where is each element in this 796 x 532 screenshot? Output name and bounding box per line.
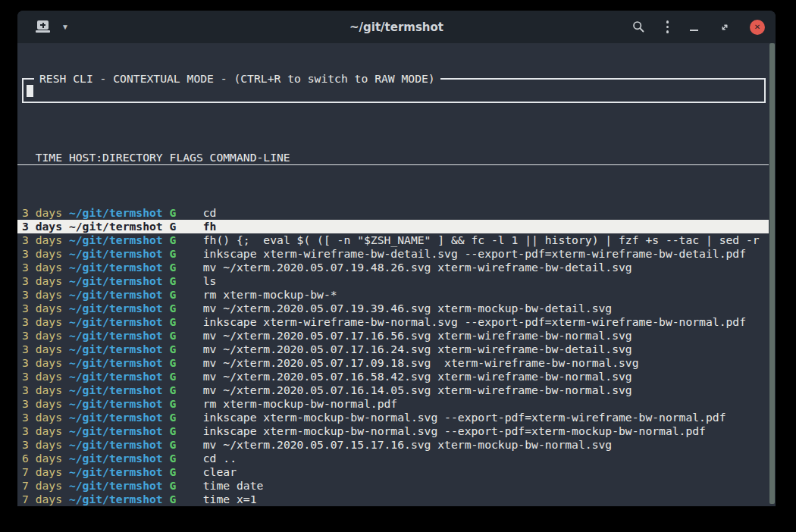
chevron-down-icon: ▼: [61, 23, 69, 31]
history-row[interactable]: 7 days ~/git/termshot G time date: [17, 479, 769, 493]
row-flags: G: [170, 411, 177, 424]
restore-window-icon: [719, 22, 730, 33]
search-icon: [632, 20, 645, 33]
history-row[interactable]: 7 days ~/git/termshot G clear: [17, 465, 769, 479]
row-host-directory: ~/git/termshot: [69, 261, 163, 274]
row-time: 3 days: [22, 370, 62, 383]
row-time: 3 days: [22, 302, 62, 315]
row-command: inkscape xterm-wireframe-bw-normal.svg -…: [203, 315, 746, 328]
row-flags: G: [170, 288, 177, 301]
row-flags: G: [170, 370, 177, 383]
row-flags: G: [170, 233, 177, 246]
history-row[interactable]: 3 days ~/git/termshot G cd: [17, 206, 769, 220]
history-row[interactable]: 3 days ~/git/termshot G inkscape xterm-m…: [17, 424, 769, 438]
row-command: rm xterm-mockup-bw-normal.pdf: [203, 397, 397, 410]
menu-button[interactable]: [665, 19, 671, 35]
row-flags: G: [170, 424, 177, 437]
history-row[interactable]: 7 days ~/git/termshot G time x=1: [17, 493, 769, 506]
history-row[interactable]: 3 days ~/git/termshot G inkscape xterm-m…: [17, 411, 769, 424]
row-command: ls: [203, 274, 217, 287]
row-command: time x=1: [203, 493, 257, 505]
row-time: 3 days: [22, 206, 62, 219]
terminal-content: RESH CLI - CONTEXTUAL MODE - (CTRL+R to …: [17, 43, 776, 506]
row-command: cd ..: [203, 452, 237, 465]
history-row[interactable]: 3 days ~/git/termshot G mv ~/xterm.2020.…: [17, 370, 769, 383]
history-row[interactable]: 3 days ~/git/termshot G ls: [17, 274, 769, 288]
history-row[interactable]: 3 days ~/git/termshot G mv ~/xterm.2020.…: [17, 343, 769, 356]
row-host-directory: ~/git/termshot: [69, 424, 163, 437]
minimize-button[interactable]: [688, 22, 700, 33]
titlebar-right-controls: ✕: [624, 19, 776, 35]
text-cursor: [27, 85, 33, 97]
history-row[interactable]: 3 days ~/git/termshot G mv ~/xterm.2020.…: [17, 438, 769, 452]
row-command: mv ~/xterm.2020.05.07.17.16.24.svg xterm…: [203, 343, 632, 355]
row-command: mv ~/xterm.2020.05.07.17.09.18.svg xterm…: [203, 356, 639, 369]
row-command: mv ~/xterm.2020.05.07.17.16.56.svg xterm…: [203, 329, 632, 342]
row-time: 3 days: [22, 356, 62, 369]
row-time: 3 days: [22, 220, 62, 233]
row-flags: G: [170, 220, 177, 233]
history-row[interactable]: 3 days ~/git/termshot G mv ~/xterm.2020.…: [17, 302, 769, 315]
history-row[interactable]: 3 days ~/git/termshot G rm xterm-mockup-…: [17, 288, 769, 302]
history-row[interactable]: 3 days ~/git/termshot G inkscape xterm-w…: [17, 247, 769, 261]
history-row[interactable]: 3 days ~/git/termshot G fh: [17, 220, 769, 233]
history-row[interactable]: 3 days ~/git/termshot G fh() {; eval $( …: [17, 233, 769, 247]
row-flags: G: [170, 479, 177, 492]
row-time: 3 days: [22, 261, 62, 274]
search-box-title: RESH CLI - CONTEXTUAL MODE - (CTRL+R to …: [34, 72, 440, 86]
row-flags: G: [170, 329, 177, 342]
row-time: 3 days: [22, 247, 62, 260]
row-time: 3 days: [22, 233, 62, 246]
history-row[interactable]: 3 days ~/git/termshot G mv ~/xterm.2020.…: [17, 383, 769, 397]
row-command: time date: [203, 479, 264, 492]
row-command: mv ~/xterm.2020.05.07.16.14.05.svg xterm…: [203, 383, 632, 396]
history-row[interactable]: 3 days ~/git/termshot G rm xterm-mockup-…: [17, 397, 769, 411]
row-flags: G: [170, 438, 177, 451]
row-flags: G: [170, 274, 177, 287]
row-host-directory: ~/git/termshot: [69, 247, 163, 260]
row-host-directory: ~/git/termshot: [69, 479, 163, 492]
row-host-directory: ~/git/termshot: [69, 452, 163, 465]
scrollbar-thumb[interactable]: [769, 43, 775, 504]
row-time: 3 days: [22, 315, 62, 328]
terminal-window: ▼ ~/git/termshot: [17, 11, 776, 506]
row-host-directory: ~/git/termshot: [69, 343, 163, 355]
row-host-directory: ~/git/termshot: [69, 315, 163, 328]
row-time: 7 days: [22, 493, 62, 505]
row-flags: G: [170, 343, 177, 355]
row-host-directory: ~/git/termshot: [69, 383, 163, 396]
row-command: inkscape xterm-wireframe-bw-detail.svg -…: [203, 247, 746, 260]
row-time: 7 days: [22, 479, 62, 492]
row-flags: G: [170, 206, 177, 219]
new-tab-button[interactable]: [34, 19, 52, 35]
row-command: cd: [203, 206, 217, 219]
history-row[interactable]: 3 days ~/git/termshot G inkscape xterm-w…: [17, 315, 769, 329]
row-host-directory: ~/git/termshot: [69, 465, 163, 478]
history-row[interactable]: 6 days ~/git/termshot G cd ..: [17, 452, 769, 465]
row-host-directory: ~/git/termshot: [69, 370, 163, 383]
row-flags: G: [170, 247, 177, 260]
row-host-directory: ~/git/termshot: [69, 329, 163, 342]
row-command: inkscape xterm-mockup-bw-normal.svg --ex…: [203, 424, 706, 437]
window-title: ~/git/termshot: [169, 20, 624, 34]
tab-dropdown-button[interactable]: ▼: [60, 22, 71, 33]
history-row[interactable]: 3 days ~/git/termshot G mv ~/xterm.2020.…: [17, 356, 769, 370]
row-host-directory: ~/git/termshot: [69, 493, 163, 505]
row-command: fh() {; eval $( ([ -n "$ZSH_NAME" ] && f…: [203, 233, 760, 246]
search-input-box[interactable]: RESH CLI - CONTEXTUAL MODE - (CTRL+R to …: [22, 78, 766, 103]
row-time: 3 days: [22, 329, 62, 342]
search-button[interactable]: [631, 19, 647, 35]
history-row[interactable]: 3 days ~/git/termshot G mv ~/xterm.2020.…: [17, 329, 769, 343]
row-command: inkscape xterm-mockup-bw-normal.svg --ex…: [203, 411, 726, 424]
row-command: mv ~/xterm.2020.05.07.16.58.42.svg xterm…: [203, 370, 632, 383]
row-time: 3 days: [22, 383, 62, 396]
row-flags: G: [170, 465, 177, 478]
row-time: 3 days: [22, 288, 62, 301]
restore-button[interactable]: [718, 20, 732, 34]
row-flags: G: [170, 261, 177, 274]
row-host-directory: ~/git/termshot: [69, 220, 163, 233]
history-row[interactable]: 3 days ~/git/termshot G mv ~/xterm.2020.…: [17, 261, 769, 274]
close-button[interactable]: ✕: [750, 20, 765, 35]
row-flags: G: [170, 452, 177, 465]
row-command: mv ~/xterm.2020.05.07.19.39.46.svg xterm…: [203, 302, 612, 315]
